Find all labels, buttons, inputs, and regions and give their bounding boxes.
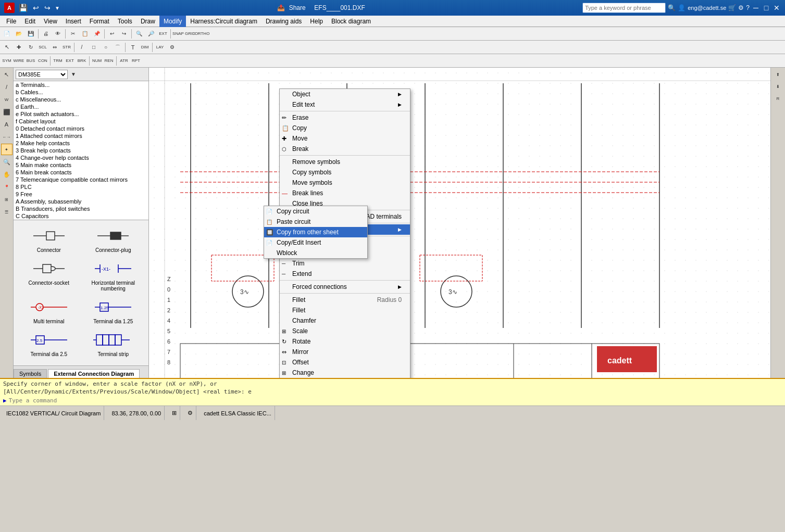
ctx-fillet-r[interactable]: Fillet Radius 0 [280, 295, 410, 305]
ctx-wblock[interactable]: Wblock [264, 248, 367, 258]
status-settings-icon[interactable]: ⚙ [184, 406, 196, 420]
right-tool-1[interactable]: ⬆ [772, 69, 784, 80]
tb-ortho[interactable]: ORTHO [196, 28, 208, 40]
right-tool-3[interactable]: R [772, 93, 784, 104]
search-input[interactable] [582, 3, 666, 13]
ctx-scale[interactable]: ⊞ Scale [280, 326, 410, 336]
shopping-cart-icon[interactable]: 🛒 [728, 4, 736, 11]
tb-move[interactable]: ✚ [13, 42, 24, 53]
tb-new[interactable]: 📄 [1, 28, 13, 40]
tb-break[interactable]: BRK [76, 55, 88, 67]
tree-item-6[interactable]: 0 Detached contact mirrors [14, 125, 148, 132]
symbol-connector-socket[interactable]: Connector-socket [18, 257, 80, 294]
minimize-button[interactable]: ─ [752, 4, 760, 12]
tb-trim[interactable]: TRM [52, 55, 64, 67]
tb-save[interactable]: 💾 [25, 28, 36, 40]
tb-zoom-out[interactable]: 🔎 [145, 28, 157, 40]
tool-active[interactable]: ✦ [1, 144, 13, 155]
tb-zoom-in[interactable]: 🔍 [133, 28, 145, 40]
ctx-forced-connections[interactable]: Forced connections [280, 282, 410, 292]
panel-settings-btn[interactable]: ▼ [68, 69, 79, 80]
command-input[interactable] [9, 397, 782, 404]
menu-insert[interactable]: Insert [61, 16, 85, 27]
quick-access-undo[interactable]: ↩ [33, 4, 39, 12]
ctx-object[interactable]: Object [280, 89, 410, 99]
tb-wire[interactable]: WIRE [13, 55, 24, 67]
tree-item-17[interactable]: B Transducers, pilot switches [14, 205, 148, 212]
ctx-move-symbols[interactable]: Move symbols [280, 178, 410, 188]
ctx-remove-symbols[interactable]: Remove symbols [280, 157, 410, 167]
tb-print[interactable]: 🖨 [40, 28, 52, 40]
tb-stretch[interactable]: STR [61, 42, 72, 53]
tool-snap[interactable]: 📍 [1, 181, 13, 193]
drawing-area[interactable]: 3∿ 3∿ 3∿ Circuit diagram cadett ELSA Dem… [149, 68, 770, 378]
menu-tools[interactable]: Tools [114, 16, 136, 27]
tb-scale[interactable]: SCL [37, 42, 48, 53]
tb-symbol-insert[interactable]: SYM [1, 55, 13, 67]
tool-dim[interactable]: ←→ [1, 131, 13, 143]
tree-item-16[interactable]: A Assembly, subassembly [14, 198, 148, 205]
tool-magnify[interactable]: 🔍 [1, 156, 13, 168]
symbol-terminal-125[interactable]: 1.25 Terminal dia 1.25 [82, 296, 145, 326]
tool-text[interactable]: A [1, 119, 13, 130]
tb-circle[interactable]: ○ [100, 42, 111, 53]
status-grid-icon[interactable]: ⊞ [169, 406, 180, 420]
settings-icon[interactable]: ⚙ [738, 4, 744, 11]
tab-symbols[interactable]: Symbols [14, 369, 47, 378]
ctx-break-lines[interactable]: — Break lines [280, 188, 410, 198]
menu-help[interactable]: Help [306, 16, 327, 27]
tree-item-12[interactable]: 6 Main break contacts [14, 169, 148, 176]
menu-harness[interactable]: Harness:Circuit diagram [186, 16, 261, 27]
tool-symbol[interactable]: ⬛ [1, 106, 13, 118]
ctx-paste-circuit[interactable]: 📋 Paste circuit [264, 217, 367, 227]
symbol-connector[interactable]: Connector [18, 224, 80, 255]
ctx-copy-circuit[interactable]: 📄 Copy circuit [264, 206, 367, 217]
maximize-button[interactable]: □ [762, 4, 770, 12]
symbol-multi-terminal[interactable]: -X1 Multi terminal [18, 296, 80, 326]
tab-external-connection[interactable]: External Connection Diagram [48, 369, 140, 378]
ctx-copy-from-other-sheet[interactable]: 🔲 Copy from other sheet [264, 227, 367, 237]
quick-access-more[interactable]: ▼ [55, 5, 60, 11]
search-icon[interactable]: 🔍 [668, 4, 676, 11]
tb-select[interactable]: ↖ [1, 42, 13, 53]
tb-renumber[interactable]: REN [103, 55, 115, 67]
help-icon[interactable]: ? [746, 4, 750, 11]
ctx-erase[interactable]: ✏ Erase [280, 112, 410, 123]
ctx-move[interactable]: ✚ Move [280, 133, 410, 144]
tb-paste[interactable]: 📌 [91, 28, 103, 40]
menu-modify[interactable]: Modify [159, 16, 186, 27]
right-tool-2[interactable]: ⬇ [772, 81, 784, 92]
tree-item-1[interactable]: b Cables... [14, 88, 148, 96]
menu-draw[interactable]: Draw [136, 16, 159, 27]
tb-text[interactable]: T [127, 42, 139, 53]
tree-item-3[interactable]: d Earth... [14, 103, 148, 110]
tree-item-0[interactable]: a Terminals... [14, 81, 148, 88]
tool-grid-toggle[interactable]: ⊞ [1, 194, 13, 205]
symbol-horiz-terminal[interactable]: -X1- Horizontal terminal numbering [82, 257, 145, 294]
ctx-copy-symbols[interactable]: Copy symbols [280, 167, 410, 178]
tb-preview[interactable]: 👁 [52, 28, 64, 40]
ctx-mirror[interactable]: ⇔ Mirror [280, 347, 410, 357]
tb-props[interactable]: ⚙ [166, 42, 178, 53]
tb-rotate[interactable]: ↻ [25, 42, 36, 53]
tb-connector-insert[interactable]: CON [37, 55, 48, 67]
tree-item-7[interactable]: 1 Attached contact mirrors [14, 132, 148, 140]
tb-bus[interactable]: BUS [25, 55, 36, 67]
ctx-copy-edit-insert[interactable]: 📄 Copy/Edit Insert [264, 237, 367, 248]
tree-item-2[interactable]: c Miscellaneous... [14, 96, 148, 103]
tree-item-13[interactable]: 7 Telemecanique compatible contact mirro… [14, 176, 148, 183]
tb-report[interactable]: RPT [130, 55, 142, 67]
menu-block-diagram[interactable]: Block diagram [327, 16, 375, 27]
tb-undo[interactable]: ↩ [106, 28, 118, 40]
tool-layer-ctrl[interactable]: ☰ [1, 206, 13, 218]
tree-area[interactable]: a Terminals...b Cables...c Miscellaneous… [14, 81, 148, 220]
tb-dim[interactable]: DIM [139, 42, 151, 53]
tool-wire[interactable]: W [1, 94, 13, 105]
ctx-change[interactable]: ⊞ Change [280, 368, 410, 378]
tree-item-11[interactable]: 5 Main make contacts [14, 161, 148, 169]
ctx-extend[interactable]: ─ Extend [280, 269, 410, 279]
ctx-rotate[interactable]: ↻ Rotate [280, 336, 410, 347]
symbol-terminal-strip[interactable]: Terminal strip [82, 328, 145, 359]
tb-mirror[interactable]: ⇔ [49, 42, 60, 53]
tree-item-4[interactable]: e Pilot switch actuators... [14, 110, 148, 118]
